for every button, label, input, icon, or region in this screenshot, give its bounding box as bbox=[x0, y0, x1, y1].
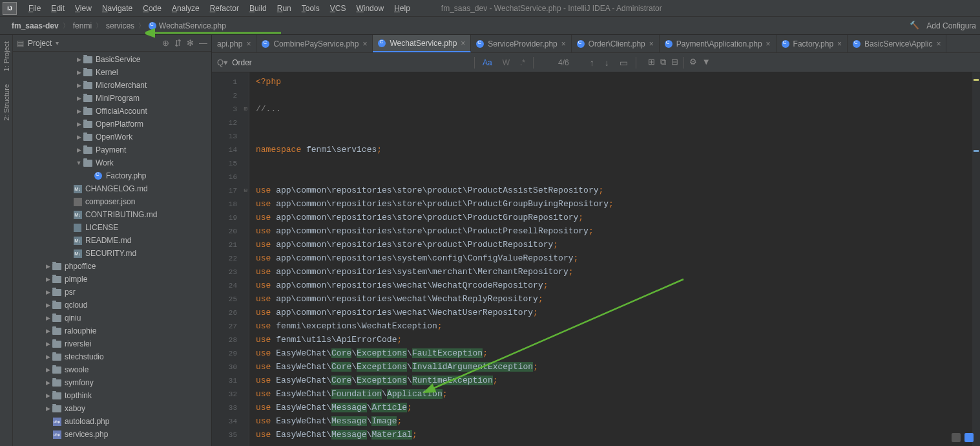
add-selection-icon[interactable]: ⊞ bbox=[648, 57, 655, 69]
tree-item[interactable]: ▶Kernel bbox=[13, 66, 211, 79]
line-number[interactable]: 19 bbox=[212, 211, 249, 224]
status-icon[interactable] bbox=[964, 433, 974, 442]
project-tree[interactable]: ▶BasicService▶Kernel▶MicroMerchant▶MiniP… bbox=[13, 52, 211, 446]
rail-tab-structure[interactable]: 2: Structure bbox=[1, 78, 12, 127]
line-number[interactable]: 14 bbox=[212, 143, 249, 156]
line-number[interactable]: 13 bbox=[212, 129, 249, 143]
code-line[interactable]: use app\common\repositories\wechat\Wecha… bbox=[249, 292, 972, 306]
menu-refactor[interactable]: Refactor bbox=[205, 0, 244, 17]
tree-item[interactable]: ▶MiniProgram bbox=[13, 92, 211, 105]
breadcrumb-file[interactable]: WechatService.php bbox=[159, 21, 226, 30]
line-number[interactable]: 28 bbox=[212, 333, 249, 346]
code-line[interactable]: use app\common\repositories\store\produc… bbox=[249, 211, 972, 224]
line-number[interactable]: 32 bbox=[212, 387, 249, 401]
tree-item[interactable]: composer.json bbox=[13, 195, 211, 208]
breadcrumb-root[interactable]: fm_saas-dev bbox=[12, 21, 59, 30]
menu-view[interactable]: View bbox=[70, 0, 97, 17]
tree-twistie[interactable]: ▶ bbox=[44, 392, 52, 399]
code-line[interactable] bbox=[249, 116, 972, 129]
line-number[interactable]: 2 bbox=[212, 89, 249, 102]
tree-item[interactable]: M↓CONTRIBUTING.md bbox=[13, 208, 211, 221]
line-number[interactable]: 24 bbox=[212, 279, 249, 292]
line-number[interactable]: 16 bbox=[212, 170, 249, 184]
code-line[interactable]: use EasyWeChat\Foundation\Application; bbox=[249, 387, 972, 401]
build-icon[interactable]: 🔨 bbox=[910, 21, 920, 31]
tree-item[interactable]: ▶symfony bbox=[13, 376, 211, 389]
line-number[interactable]: 26 bbox=[212, 306, 249, 319]
line-gutter[interactable]: 123⊞121314151617⊟18192021222324252627282… bbox=[212, 72, 249, 446]
tree-item[interactable]: ▶OpenWork bbox=[13, 131, 211, 143]
line-number[interactable]: 23 bbox=[212, 265, 249, 279]
tree-item[interactable]: LICENSE bbox=[13, 221, 211, 234]
dropdown-icon[interactable]: ▾ bbox=[56, 39, 59, 47]
tree-twistie[interactable]: ▶ bbox=[75, 108, 83, 114]
close-icon[interactable]: × bbox=[649, 39, 654, 48]
code-line[interactable] bbox=[249, 156, 972, 170]
menu-run[interactable]: Run bbox=[272, 0, 297, 17]
tree-twistie[interactable]: ▶ bbox=[44, 405, 52, 412]
editor-tab[interactable]: WechatService.php× bbox=[373, 35, 471, 52]
line-number[interactable]: 15 bbox=[212, 156, 249, 170]
code-line[interactable]: use app\common\repositories\wechat\Wecha… bbox=[249, 279, 972, 292]
fold-toggle[interactable]: ⊞ bbox=[244, 105, 247, 112]
tree-item[interactable]: ▶OpenPlatform bbox=[13, 118, 211, 131]
match-case-toggle[interactable]: Aa bbox=[480, 57, 495, 69]
menu-analyze[interactable]: Analyze bbox=[167, 0, 205, 17]
code-line[interactable] bbox=[249, 129, 972, 143]
tree-item[interactable]: Factory.php bbox=[13, 169, 211, 182]
line-number[interactable]: 30 bbox=[212, 360, 249, 374]
words-toggle[interactable]: W bbox=[500, 57, 512, 69]
breadcrumb-part[interactable]: services bbox=[106, 21, 134, 30]
close-icon[interactable]: × bbox=[837, 39, 842, 48]
tree-twistie[interactable]: ▶ bbox=[75, 56, 83, 63]
status-icon[interactable] bbox=[952, 433, 961, 442]
menu-vcs[interactable]: VCS bbox=[325, 0, 351, 17]
close-icon[interactable]: × bbox=[766, 39, 771, 48]
code-line[interactable]: use app\common\repositories\store\produc… bbox=[249, 184, 972, 197]
filter-icon[interactable]: ⚙ bbox=[689, 57, 697, 69]
menu-navigate[interactable]: Navigate bbox=[97, 0, 138, 17]
tree-twistie[interactable]: ▶ bbox=[75, 95, 83, 101]
close-icon[interactable]: × bbox=[561, 39, 566, 48]
menu-help[interactable]: Help bbox=[389, 0, 415, 17]
add-configuration-button[interactable]: Add Configura bbox=[926, 21, 976, 30]
code-content[interactable]: <?php//...namespace fenmi\services;use a… bbox=[249, 72, 972, 446]
code-line[interactable]: use EasyWeChat\Message\Material; bbox=[249, 428, 972, 441]
line-number[interactable]: 35 bbox=[212, 428, 249, 441]
find-select-all-icon[interactable]: ▭ bbox=[617, 58, 631, 68]
tree-item[interactable]: ▶ralouphie bbox=[13, 324, 211, 337]
editor-tab[interactable]: Factory.php× bbox=[777, 35, 848, 52]
tree-twistie[interactable]: ▶ bbox=[44, 315, 52, 321]
close-icon[interactable]: × bbox=[362, 39, 367, 48]
editor-tab[interactable]: CombinePayService.php× bbox=[256, 35, 373, 52]
tree-twistie[interactable]: ▶ bbox=[44, 341, 52, 347]
line-number[interactable]: 25 bbox=[212, 292, 249, 306]
close-icon[interactable]: × bbox=[246, 39, 251, 48]
remove-selection-icon[interactable]: ⊟ bbox=[671, 57, 678, 69]
tree-item[interactable]: ▶qcloud bbox=[13, 299, 211, 312]
expand-all-icon[interactable]: ⇵ bbox=[174, 38, 182, 48]
tree-twistie[interactable]: ▶ bbox=[44, 379, 52, 386]
rail-tab-project[interactable]: 1: Project bbox=[1, 35, 12, 78]
code-line[interactable]: use EasyWeChat\Message\Image; bbox=[249, 414, 972, 428]
tree-twistie[interactable]: ▶ bbox=[75, 134, 83, 140]
code-editor[interactable]: 123⊞121314151617⊟18192021222324252627282… bbox=[212, 72, 980, 446]
tree-item[interactable]: M↓SECURITY.md bbox=[13, 247, 211, 260]
tree-twistie[interactable]: ▶ bbox=[44, 302, 52, 308]
line-number[interactable]: 29 bbox=[212, 346, 249, 360]
tree-item[interactable]: ▶Payment bbox=[13, 143, 211, 156]
tree-item[interactable]: ▶riverslei bbox=[13, 337, 211, 350]
menu-build[interactable]: Build bbox=[244, 0, 272, 17]
tree-item[interactable]: ▶topthink bbox=[13, 389, 211, 402]
tree-item[interactable]: M↓README.md bbox=[13, 234, 211, 247]
menu-tools[interactable]: Tools bbox=[297, 0, 325, 17]
line-number[interactable]: 31 bbox=[212, 374, 249, 387]
tree-item[interactable]: ▶phpoffice bbox=[13, 260, 211, 273]
menu-window[interactable]: Window bbox=[351, 0, 389, 17]
menu-edit[interactable]: Edit bbox=[46, 0, 70, 17]
tree-twistie[interactable]: ▼ bbox=[75, 160, 83, 166]
menu-file[interactable]: File bbox=[23, 0, 46, 17]
code-line[interactable] bbox=[249, 89, 972, 102]
code-line[interactable]: namespace fenmi\services; bbox=[249, 143, 972, 156]
tree-twistie[interactable]: ▶ bbox=[75, 147, 83, 153]
